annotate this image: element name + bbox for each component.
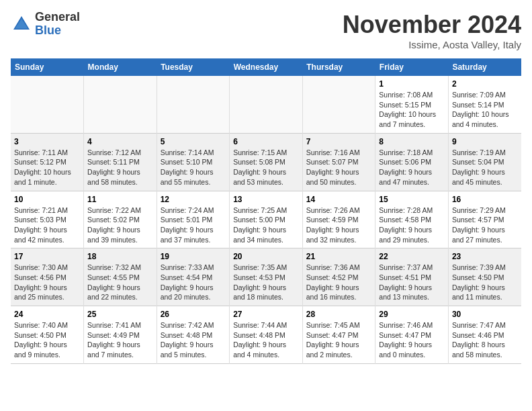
day-info: Sunrise: 7:29 AMSunset: 4:57 PMDaylight:… <box>452 205 518 245</box>
day-info: Sunrise: 7:14 AMSunset: 5:10 PMDaylight:… <box>161 148 226 187</box>
calendar-header-row: SundayMondayTuesdayWednesdayThursdayFrid… <box>11 58 521 76</box>
calendar-cell: 10Sunrise: 7:21 AMSunset: 5:03 PMDayligh… <box>11 191 84 248</box>
day-number: 17 <box>14 252 80 261</box>
day-info: Sunrise: 7:47 AMSunset: 4:46 PMDaylight:… <box>452 320 518 360</box>
day-number: 14 <box>306 195 372 204</box>
day-info: Sunrise: 7:40 AMSunset: 4:50 PMDaylight:… <box>14 320 80 360</box>
day-info: Sunrise: 7:15 AMSunset: 5:08 PMDaylight:… <box>233 148 299 187</box>
calendar-cell: 1Sunrise: 7:08 AMSunset: 5:15 PMDaylight… <box>375 76 449 133</box>
calendar-cell: 26Sunrise: 7:42 AMSunset: 4:48 PMDayligh… <box>157 306 230 364</box>
day-info: Sunrise: 7:16 AMSunset: 5:07 PMDaylight:… <box>306 148 372 187</box>
calendar-cell: 22Sunrise: 7:37 AMSunset: 4:51 PMDayligh… <box>375 248 449 306</box>
calendar-cell <box>11 76 84 133</box>
day-info: Sunrise: 7:39 AMSunset: 4:50 PMDaylight:… <box>452 263 518 302</box>
week-row-4: 17Sunrise: 7:30 AMSunset: 4:56 PMDayligh… <box>11 248 521 306</box>
page-header: General Blue November 2024 Issime, Aosta… <box>11 11 521 50</box>
calendar-cell: 13Sunrise: 7:25 AMSunset: 5:00 PMDayligh… <box>230 191 303 248</box>
day-info: Sunrise: 7:30 AMSunset: 4:56 PMDaylight:… <box>14 263 80 302</box>
day-header-thursday: Thursday <box>302 58 375 76</box>
day-number: 27 <box>233 310 299 319</box>
week-row-2: 3Sunrise: 7:11 AMSunset: 5:12 PMDaylight… <box>11 133 521 191</box>
calendar-cell: 5Sunrise: 7:14 AMSunset: 5:10 PMDaylight… <box>157 133 230 191</box>
location: Issime, Aosta Valley, Italy <box>343 39 521 50</box>
day-number: 12 <box>161 195 226 204</box>
day-number: 5 <box>161 137 226 146</box>
day-header-saturday: Saturday <box>448 58 521 76</box>
day-header-wednesday: Wednesday <box>230 58 303 76</box>
day-info: Sunrise: 7:18 AMSunset: 5:06 PMDaylight:… <box>379 148 445 187</box>
week-row-3: 10Sunrise: 7:21 AMSunset: 5:03 PMDayligh… <box>11 191 521 248</box>
day-number: 24 <box>14 310 80 319</box>
calendar-cell <box>302 76 375 133</box>
day-number: 26 <box>161 310 226 319</box>
day-number: 16 <box>452 195 518 204</box>
day-info: Sunrise: 7:28 AMSunset: 4:58 PMDaylight:… <box>379 205 445 245</box>
day-number: 19 <box>161 252 226 261</box>
day-info: Sunrise: 7:37 AMSunset: 4:51 PMDaylight:… <box>379 263 445 302</box>
day-header-tuesday: Tuesday <box>157 58 230 76</box>
logo: General Blue <box>11 11 80 38</box>
day-info: Sunrise: 7:21 AMSunset: 5:03 PMDaylight:… <box>14 205 80 245</box>
calendar-cell <box>157 76 230 133</box>
day-header-monday: Monday <box>84 58 157 76</box>
title-area: November 2024 Issime, Aosta Valley, Ital… <box>343 11 521 50</box>
logo-icon <box>11 13 32 35</box>
day-number: 15 <box>379 195 445 204</box>
day-info: Sunrise: 7:26 AMSunset: 4:59 PMDaylight:… <box>306 205 372 245</box>
calendar-cell: 20Sunrise: 7:35 AMSunset: 4:53 PMDayligh… <box>230 248 303 306</box>
calendar-cell: 7Sunrise: 7:16 AMSunset: 5:07 PMDaylight… <box>302 133 375 191</box>
day-info: Sunrise: 7:36 AMSunset: 4:52 PMDaylight:… <box>306 263 372 302</box>
day-info: Sunrise: 7:24 AMSunset: 5:01 PMDaylight:… <box>161 205 226 245</box>
calendar-cell: 3Sunrise: 7:11 AMSunset: 5:12 PMDaylight… <box>11 133 84 191</box>
day-number: 18 <box>87 252 153 261</box>
day-number: 29 <box>379 310 445 319</box>
day-info: Sunrise: 7:08 AMSunset: 5:15 PMDaylight:… <box>379 90 445 130</box>
logo-general: General <box>35 11 80 24</box>
calendar-cell: 19Sunrise: 7:33 AMSunset: 4:54 PMDayligh… <box>157 248 230 306</box>
calendar-cell: 27Sunrise: 7:44 AMSunset: 4:48 PMDayligh… <box>230 306 303 364</box>
day-info: Sunrise: 7:45 AMSunset: 4:47 PMDaylight:… <box>306 320 372 360</box>
day-info: Sunrise: 7:32 AMSunset: 4:55 PMDaylight:… <box>87 263 153 302</box>
week-row-1: 1Sunrise: 7:08 AMSunset: 5:15 PMDaylight… <box>11 76 521 133</box>
day-number: 8 <box>379 137 445 146</box>
calendar-cell: 21Sunrise: 7:36 AMSunset: 4:52 PMDayligh… <box>302 248 375 306</box>
day-number: 28 <box>306 310 372 319</box>
calendar-cell: 14Sunrise: 7:26 AMSunset: 4:59 PMDayligh… <box>302 191 375 248</box>
calendar-cell: 24Sunrise: 7:40 AMSunset: 4:50 PMDayligh… <box>11 306 84 364</box>
day-info: Sunrise: 7:22 AMSunset: 5:02 PMDaylight:… <box>87 205 153 245</box>
calendar-cell: 15Sunrise: 7:28 AMSunset: 4:58 PMDayligh… <box>375 191 449 248</box>
calendar-cell <box>84 76 157 133</box>
day-number: 1 <box>379 79 445 89</box>
calendar-cell: 4Sunrise: 7:12 AMSunset: 5:11 PMDaylight… <box>84 133 157 191</box>
month-title: November 2024 <box>343 11 521 39</box>
calendar-cell: 16Sunrise: 7:29 AMSunset: 4:57 PMDayligh… <box>448 191 521 248</box>
day-number: 10 <box>14 195 80 204</box>
day-number: 3 <box>14 137 80 146</box>
day-number: 13 <box>233 195 299 204</box>
day-number: 22 <box>379 252 445 261</box>
calendar-cell: 9Sunrise: 7:19 AMSunset: 5:04 PMDaylight… <box>448 133 521 191</box>
week-row-5: 24Sunrise: 7:40 AMSunset: 4:50 PMDayligh… <box>11 306 521 364</box>
day-number: 2 <box>452 79 518 89</box>
logo-blue: Blue <box>35 24 80 38</box>
day-header-sunday: Sunday <box>11 58 84 76</box>
day-number: 30 <box>452 310 518 319</box>
calendar-cell: 12Sunrise: 7:24 AMSunset: 5:01 PMDayligh… <box>157 191 230 248</box>
day-info: Sunrise: 7:33 AMSunset: 4:54 PMDaylight:… <box>161 263 226 302</box>
day-number: 4 <box>87 137 153 146</box>
day-info: Sunrise: 7:35 AMSunset: 4:53 PMDaylight:… <box>233 263 299 302</box>
calendar-cell: 30Sunrise: 7:47 AMSunset: 4:46 PMDayligh… <box>448 306 521 364</box>
day-number: 7 <box>306 137 372 146</box>
calendar-cell: 8Sunrise: 7:18 AMSunset: 5:06 PMDaylight… <box>375 133 449 191</box>
day-number: 25 <box>87 310 153 319</box>
day-info: Sunrise: 7:44 AMSunset: 4:48 PMDaylight:… <box>233 320 299 360</box>
calendar-cell: 18Sunrise: 7:32 AMSunset: 4:55 PMDayligh… <box>84 248 157 306</box>
day-info: Sunrise: 7:25 AMSunset: 5:00 PMDaylight:… <box>233 205 299 245</box>
calendar-cell <box>230 76 303 133</box>
day-header-friday: Friday <box>375 58 449 76</box>
logo-text: General Blue <box>35 11 80 38</box>
calendar-cell: 29Sunrise: 7:46 AMSunset: 4:47 PMDayligh… <box>375 306 449 364</box>
calendar-cell: 23Sunrise: 7:39 AMSunset: 4:50 PMDayligh… <box>448 248 521 306</box>
calendar-cell: 28Sunrise: 7:45 AMSunset: 4:47 PMDayligh… <box>302 306 375 364</box>
calendar-cell: 6Sunrise: 7:15 AMSunset: 5:08 PMDaylight… <box>230 133 303 191</box>
